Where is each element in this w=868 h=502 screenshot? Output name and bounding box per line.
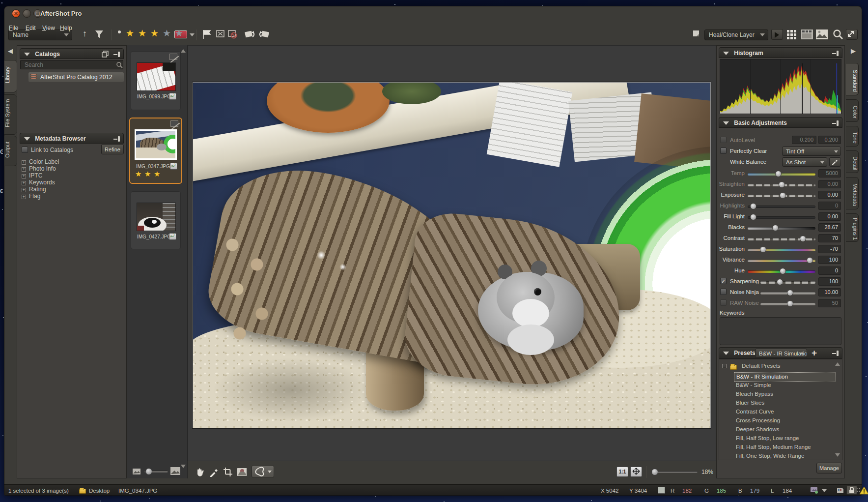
meta-tree-photo-info[interactable]: +Photo Info — [22, 165, 56, 172]
white-balance-dropdown[interactable]: As Shot — [782, 157, 827, 167]
vibrance-slider-track[interactable] — [748, 260, 815, 262]
resize-grip[interactable] — [857, 491, 858, 492]
grid-view-icon[interactable] — [786, 29, 799, 40]
fit-to-screen-button[interactable] — [630, 467, 642, 477]
right-tab-standard[interactable]: Standard — [846, 63, 859, 95]
link-to-catalogs-checkbox[interactable] — [22, 147, 28, 153]
preset-item[interactable]: Fill, Half Stop, Medium Range — [734, 443, 836, 451]
close-button[interactable]: ✕ — [12, 9, 20, 18]
temp-slider-knob[interactable] — [775, 171, 782, 177]
flag-icon[interactable] — [201, 30, 212, 39]
catalogs-header[interactable]: Catalogs — [20, 48, 124, 59]
rating-none-dot[interactable] — [118, 30, 121, 33]
rating-star-2[interactable]: ★ — [138, 29, 146, 38]
histogram-header[interactable]: Histogram — [719, 47, 842, 58]
meta-tree-iptc[interactable]: +IPTC — [22, 172, 42, 179]
minimize-button[interactable]: – — [23, 9, 31, 18]
image-view-icon[interactable] — [815, 29, 828, 40]
chevron-down-icon[interactable] — [822, 489, 827, 492]
raw-noise-checkbox[interactable] — [720, 299, 727, 306]
metadata-browser-header[interactable]: Metadata Browser — [20, 133, 124, 144]
autolevel-value-1[interactable]: 0.200 — [792, 136, 816, 144]
flag-block-icon[interactable] — [227, 30, 238, 39]
saturation-slider-knob[interactable] — [760, 246, 766, 253]
sharpening-checkbox[interactable]: ✓ — [720, 278, 727, 284]
perfectly-clear-checkbox[interactable] — [720, 148, 727, 154]
expand-icon[interactable]: + — [22, 195, 26, 199]
highlights-slider-knob[interactable] — [750, 203, 756, 209]
straighten-slider-knob[interactable] — [779, 181, 785, 188]
viewer-zoom-slider-knob[interactable] — [651, 469, 658, 475]
expand-icon[interactable]: + — [22, 160, 26, 165]
collapse-folder-icon[interactable]: − — [722, 364, 727, 368]
filter-funnel-icon[interactable] — [94, 30, 104, 39]
presets-dropdown[interactable]: B&W - IR Simulation — [755, 349, 807, 358]
sharpening-value[interactable]: 100 — [818, 277, 841, 286]
presets-scroll-down-arrow[interactable] — [835, 453, 840, 457]
menu-help[interactable]: Help — [60, 25, 72, 31]
rotate-right-icon[interactable] — [257, 29, 270, 40]
zoom-1to1-button[interactable]: 1:1 — [616, 467, 628, 477]
saturation-slider-track[interactable] — [748, 249, 815, 251]
eyedropper-tool[interactable] — [208, 466, 219, 477]
catalog-item[interactable]: AfterShot Pro Catalog 2012 — [28, 72, 124, 82]
menu-file[interactable]: File — [9, 25, 18, 31]
blacks-value[interactable]: 28.67 — [818, 223, 841, 232]
preset-item[interactable]: Contrast Curve — [734, 408, 836, 416]
meta-tree-keywords[interactable]: +Keywords — [22, 179, 55, 186]
slideshow-button[interactable] — [771, 29, 783, 40]
highlights-value[interactable]: 0 — [818, 202, 841, 210]
pin-icon[interactable] — [832, 120, 839, 126]
noise-ninja-slider-knob[interactable] — [787, 290, 793, 296]
raw-noise-slider-knob[interactable] — [787, 300, 793, 307]
saturation-value[interactable]: -70 — [818, 245, 841, 253]
pin-icon[interactable] — [832, 351, 839, 356]
perfectly-clear-dropdown[interactable]: Tint Off — [782, 147, 841, 156]
preset-item[interactable]: Bluer Skies — [734, 399, 836, 407]
highlights-slider-track[interactable] — [748, 206, 815, 208]
thumbnail-IMG_0099[interactable]: IMG_0099.JPG — [131, 51, 181, 110]
rating-star-5[interactable]: ★ — [175, 29, 183, 38]
preset-item[interactable]: B&W - Simple — [734, 381, 836, 389]
hue-value[interactable]: 0 — [818, 266, 841, 275]
refine-button[interactable]: Refine — [101, 144, 124, 154]
rating-star-4[interactable]: ★ — [163, 29, 171, 38]
presets-scroll-up-arrow[interactable] — [835, 362, 840, 366]
magnifier-icon[interactable] — [832, 29, 844, 40]
exposure-slider-knob[interactable] — [780, 192, 786, 199]
noise-ninja-checkbox[interactable] — [720, 289, 727, 295]
fill-light-value[interactable]: 0.00 — [818, 212, 841, 221]
basic-adjustments-header[interactable]: Basic Adjustments — [719, 117, 842, 128]
preset-item[interactable]: Cross Processing — [734, 416, 836, 425]
preset-item[interactable]: Fill, One Stop, Wide Range — [734, 452, 836, 460]
search-input[interactable] — [20, 60, 123, 69]
menu-edit[interactable]: Edit — [26, 25, 36, 31]
warning-icon[interactable] — [859, 486, 868, 495]
meta-tree-rating[interactable]: +Rating — [22, 186, 46, 193]
pin-icon[interactable] — [113, 52, 120, 57]
thumbnail-IMG_0347[interactable]: IMG_0347.JPG ★★★ — [129, 118, 182, 184]
collapse-right-panel-arrow[interactable]: ▶ — [851, 47, 856, 55]
chevron-down-icon[interactable] — [190, 33, 195, 36]
pin-icon[interactable] — [113, 136, 120, 142]
flag-x-icon[interactable] — [215, 30, 226, 39]
contrast-value[interactable]: 70 — [818, 234, 841, 242]
vibrance-slider-knob[interactable] — [807, 257, 813, 264]
right-tab-tone[interactable]: Tone — [846, 126, 859, 147]
temp-value[interactable]: 5000 — [818, 169, 841, 177]
sharpening-slider-knob[interactable] — [777, 279, 783, 285]
rating-star-3[interactable]: ★ — [150, 29, 159, 38]
vibrance-value[interactable]: 100 — [818, 256, 841, 264]
collapse-left-panel-arrow[interactable]: ◀ — [8, 47, 13, 55]
add-preset-button[interactable]: + — [812, 348, 817, 358]
fill-light-slider-knob[interactable] — [750, 214, 756, 220]
thumb-scroll-up-arrow[interactable] — [181, 49, 186, 53]
white-balance-eyedropper-button[interactable] — [829, 157, 841, 167]
hue-slider-knob[interactable] — [780, 268, 786, 274]
autolevel-checkbox[interactable] — [720, 137, 727, 143]
right-tab-plugins-1[interactable]: Plugins 1 — [846, 213, 859, 242]
lock-button[interactable] — [846, 485, 857, 495]
right-tab-color[interactable]: Color — [846, 99, 859, 122]
thumb-scroll-down-arrow[interactable] — [181, 465, 186, 468]
fill-light-slider-track[interactable] — [748, 216, 815, 219]
